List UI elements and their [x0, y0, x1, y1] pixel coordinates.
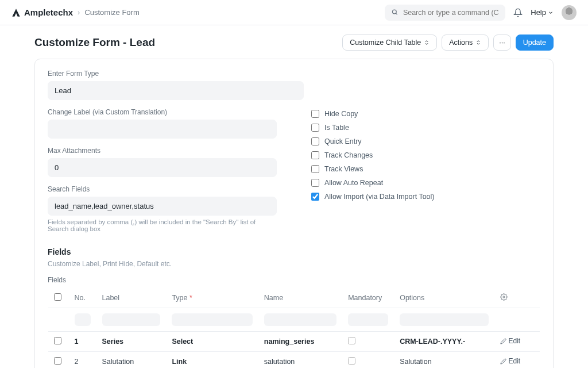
customize-child-table-button[interactable]: Customize Child Table: [342, 34, 437, 51]
table-row[interactable]: 1 Series Select naming_series CRM-LEAD-.…: [48, 332, 540, 352]
gear-icon[interactable]: [500, 293, 508, 301]
fields-grid-label: Fields: [48, 276, 540, 284]
col-options: Options: [394, 288, 494, 308]
bell-icon[interactable]: [513, 8, 523, 17]
search-icon: [392, 9, 399, 16]
row-checkbox[interactable]: [54, 337, 61, 344]
table-row[interactable]: 2 Salutation Link salutation Salutation …: [48, 352, 540, 369]
quick-entry-check[interactable]: Quick Entry: [311, 137, 540, 145]
enter-form-type-input[interactable]: [48, 81, 304, 100]
chevron-up-down-icon: [424, 40, 430, 45]
enter-form-type-label: Enter Form Type: [48, 70, 540, 78]
cell-options: Salutation: [394, 352, 494, 369]
form-card: Enter Form Type Change Label (via Custom…: [34, 59, 554, 368]
brand-logo-icon: [11, 8, 21, 17]
more-icon: ···: [499, 39, 505, 47]
brand[interactable]: Ampletechx: [11, 7, 73, 17]
help-label: Help: [531, 8, 546, 17]
track-views-check[interactable]: Track Views: [311, 165, 540, 173]
navbar: Ampletechx › Customize Form Help: [0, 0, 588, 25]
pencil-icon: [500, 358, 506, 365]
filter-mandatory[interactable]: [348, 313, 388, 326]
filter-no[interactable]: [75, 313, 91, 326]
pencil-icon: [500, 338, 506, 344]
brand-name: Ampletechx: [24, 7, 73, 17]
chevron-right-icon: ›: [78, 8, 80, 17]
chevron-down-icon: [548, 10, 554, 16]
row-checkbox[interactable]: [54, 357, 61, 365]
page-header: Customize Form - Lead Customize Child Ta…: [0, 25, 588, 59]
search-fields-help: Fields separated by comma (,) will be in…: [48, 218, 277, 232]
col-checkbox: [48, 288, 69, 308]
cell-label: Series: [96, 332, 167, 352]
edit-row-link[interactable]: Edit: [500, 357, 521, 365]
cell-name: salutation: [258, 352, 342, 369]
select-all-checkbox[interactable]: [54, 293, 61, 301]
svg-line-1: [396, 13, 397, 14]
cell-label: Salutation: [96, 352, 167, 369]
search-bar[interactable]: [385, 5, 505, 21]
edit-row-link[interactable]: Edit: [500, 337, 521, 345]
fields-section-desc: Customize Label, Print Hide, Default etc…: [48, 260, 540, 268]
max-attachments-label: Max Attachments: [48, 147, 277, 155]
fields-section-title: Fields: [48, 247, 540, 256]
allow-import-check[interactable]: Allow Import (via Data Import Tool): [311, 193, 540, 201]
mandatory-checkbox[interactable]: [348, 357, 355, 365]
filter-label[interactable]: [102, 313, 161, 326]
filter-type[interactable]: [172, 313, 252, 326]
search-fields-input[interactable]: [48, 197, 277, 216]
max-attachments-input[interactable]: [48, 158, 277, 177]
cell-mandatory: [342, 352, 394, 369]
filter-options[interactable]: [400, 313, 488, 326]
change-label-label: Change Label (via Custom Translation): [48, 108, 277, 116]
search-input[interactable]: [403, 9, 498, 17]
hide-copy-check[interactable]: Hide Copy: [311, 110, 540, 118]
fields-table: No. Label Type Name Mandatory Options: [48, 288, 540, 368]
is-table-check[interactable]: Is Table: [311, 124, 540, 132]
col-type: Type: [166, 288, 258, 308]
actions-button[interactable]: Actions: [442, 34, 489, 51]
more-button[interactable]: ···: [493, 34, 510, 51]
breadcrumb[interactable]: Customize Form: [84, 8, 139, 17]
cell-mandatory: [342, 332, 394, 352]
col-label: Label: [96, 288, 167, 308]
update-button[interactable]: Update: [516, 34, 554, 51]
cell-type: Select: [166, 332, 258, 352]
allow-auto-repeat-check[interactable]: Allow Auto Repeat: [311, 179, 540, 187]
mandatory-checkbox[interactable]: [348, 337, 355, 344]
col-mandatory: Mandatory: [342, 288, 394, 308]
filter-row: [48, 308, 540, 332]
search-fields-label: Search Fields: [48, 185, 277, 193]
cell-no: 2: [69, 352, 96, 369]
cell-no: 1: [69, 332, 96, 352]
col-name: Name: [258, 288, 342, 308]
page-title: Customize Form - Lead: [34, 36, 155, 49]
cell-options: CRM-LEAD-.YYYY.-: [394, 332, 494, 352]
cell-name: naming_series: [258, 332, 342, 352]
change-label-input[interactable]: [48, 120, 277, 139]
col-settings: [494, 288, 540, 308]
chevron-up-down-icon: [475, 40, 481, 45]
help-menu[interactable]: Help: [531, 8, 554, 17]
svg-point-0: [393, 10, 397, 14]
cell-type: Link: [166, 352, 258, 369]
filter-name[interactable]: [264, 313, 336, 326]
col-no: No.: [69, 288, 96, 308]
avatar[interactable]: [562, 5, 577, 20]
track-changes-check[interactable]: Track Changes: [311, 151, 540, 159]
svg-point-2: [502, 296, 504, 298]
